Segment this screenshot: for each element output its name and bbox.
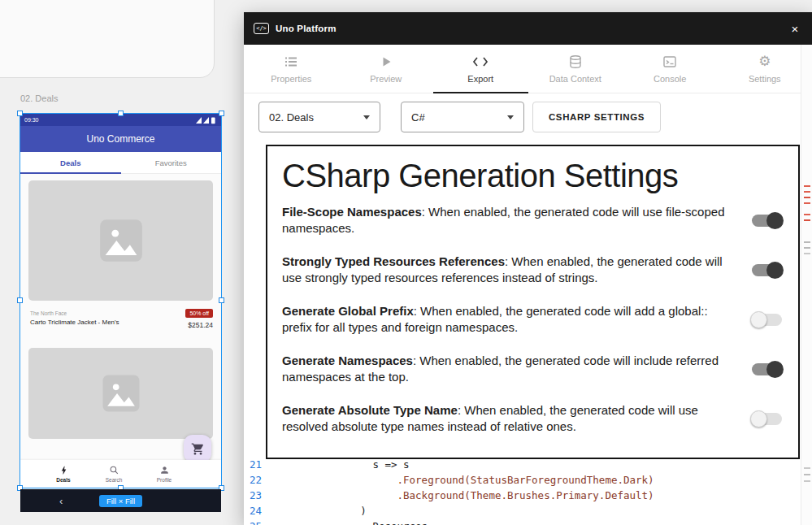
- product-card[interactable]: [28, 348, 213, 439]
- resize-handle-w[interactable]: [17, 297, 23, 303]
- tab-label: Export: [467, 74, 493, 84]
- setting-row: Strongly Typed Resources References: Whe…: [282, 254, 782, 286]
- minimap-mark: [804, 253, 810, 254]
- tab-label: Data Context: [549, 74, 601, 84]
- minimap-mark: [804, 474, 810, 475]
- setting-row: File-Scope Namespaces: When enabled, the…: [282, 204, 782, 236]
- chevron-down-icon: [363, 115, 370, 119]
- line-number: 25: [244, 520, 268, 525]
- cart-fab[interactable]: [184, 435, 211, 462]
- code-icon: [472, 54, 489, 69]
- gear-icon: ⚙: [758, 54, 771, 69]
- toggle-knob: [750, 410, 767, 427]
- nav-item-profile[interactable]: Profile: [139, 460, 189, 488]
- minimap-mark: [804, 219, 810, 221]
- setting-text: File-Scope Namespaces: When enabled, the…: [282, 204, 729, 236]
- minimap-mark: [804, 197, 810, 198]
- setting-text: Generate Absolute Type Name: When enable…: [282, 402, 729, 435]
- chevron-down-icon: [507, 115, 514, 119]
- language-select[interactable]: C#: [401, 102, 524, 132]
- uno-logo-icon: </>: [254, 23, 269, 34]
- phone-tab-bar: Deals Favorites: [20, 152, 221, 174]
- toggle-knob: [766, 262, 784, 279]
- tab-export[interactable]: Export: [433, 45, 528, 93]
- size-pill[interactable]: Fill × Fill: [99, 495, 142, 507]
- toggle-strongly-typed-resources[interactable]: [752, 264, 782, 276]
- product-card[interactable]: [28, 180, 213, 301]
- toggle-generate-absolute-type-name[interactable]: [752, 413, 782, 425]
- code-line: 25 Resources: [244, 518, 801, 525]
- uno-platform-panel: </> Uno Platform × Properties Preview Ex…: [244, 12, 812, 525]
- nav-label: Deals: [56, 477, 70, 483]
- line-number: 22: [244, 474, 268, 486]
- phone-bottom-nav: Deals Search Profile: [20, 460, 221, 488]
- artboard-label: 02. Deals: [20, 93, 58, 103]
- resize-handle-ne[interactable]: [219, 111, 224, 116]
- page-select[interactable]: 02. Deals: [258, 102, 380, 132]
- nav-item-search[interactable]: Search: [89, 460, 139, 488]
- search-icon: [109, 465, 119, 475]
- toggle-file-scope-namespaces[interactable]: [752, 215, 782, 227]
- close-icon[interactable]: ×: [786, 20, 804, 37]
- setting-row: Generate Global Prefix: When enabled, th…: [282, 303, 782, 336]
- minimap-mark: [804, 247, 810, 249]
- tab-properties[interactable]: Properties: [244, 45, 339, 93]
- code-line: 22 .Foreground(StatusBarForegroundTheme.…: [244, 472, 801, 488]
- tab-console[interactable]: Console: [623, 45, 718, 93]
- phone-content: The North Face Carto Triclimate Jacket -…: [20, 174, 221, 460]
- tab-preview[interactable]: Preview: [339, 45, 434, 93]
- product-brand: The North Face: [30, 310, 119, 316]
- product-info-row[interactable]: The North Face Carto Triclimate Jacket -…: [28, 307, 213, 343]
- setting-name: Strongly Typed Resources References: [282, 254, 505, 268]
- panel-header: </> Uno Platform ×: [244, 12, 812, 45]
- panel-tabstrip: Properties Preview Export Data Context C…: [244, 45, 812, 93]
- person-icon: [159, 465, 170, 475]
- play-icon: [379, 54, 393, 69]
- nav-item-deals[interactable]: Deals: [38, 460, 89, 488]
- background-artboard: [0, 0, 215, 78]
- setting-name: Generate Absolute Type Name: [282, 403, 458, 417]
- tab-data-context[interactable]: Data Context: [528, 45, 623, 93]
- back-chevron-icon[interactable]: ‹: [59, 495, 63, 507]
- toggle-generate-namespaces[interactable]: [752, 363, 782, 375]
- minimap-mark: [804, 480, 810, 482]
- toggle-knob: [766, 361, 784, 378]
- phone-tab-favorites[interactable]: Favorites: [121, 152, 222, 173]
- setting-name: Generate Namespaces: [282, 354, 413, 367]
- code-line: 23 .Background(Theme.Brushes.Primary.Def…: [244, 488, 801, 503]
- minimap-mark: [804, 241, 810, 243]
- product-text: The North Face Carto Triclimate Jacket -…: [28, 307, 119, 343]
- setting-row: Generate Absolute Type Name: When enable…: [282, 402, 782, 435]
- resize-handle-nw[interactable]: [17, 111, 23, 116]
- csharp-settings-button[interactable]: CSHARP SETTINGS: [532, 102, 661, 132]
- discount-badge: 50% off: [185, 309, 213, 318]
- status-time: 09:30: [24, 117, 39, 123]
- nav-label: Profile: [157, 477, 172, 483]
- cart-icon: [191, 442, 205, 456]
- app-title: Uno Commerce: [86, 133, 154, 145]
- hot-design-toolbar: ‹ Fill × Fill: [20, 489, 221, 512]
- phone-preview[interactable]: 09:30 Uno Commerce Deals Favorites: [20, 114, 221, 488]
- minimap-mark: [804, 185, 810, 187]
- image-placeholder-icon: [96, 215, 146, 266]
- resize-handle-n[interactable]: [118, 111, 124, 116]
- toggle-knob: [750, 311, 767, 328]
- dialog-title: CSharp Generation Settings: [282, 158, 782, 194]
- toggle-generate-global-prefix[interactable]: [752, 314, 782, 326]
- line-number: 21: [244, 458, 268, 471]
- code-editor[interactable]: 21 s => s 22 .Foreground(StatusBarForegr…: [244, 457, 801, 525]
- tab-label: Properties: [271, 74, 311, 84]
- tab-settings[interactable]: ⚙ Settings: [718, 45, 812, 93]
- setting-name: File-Scope Namespaces: [282, 205, 422, 219]
- setting-row: Generate Namespaces: When enabled, the g…: [282, 353, 782, 385]
- setting-text: Strongly Typed Resources References: Whe…: [282, 254, 729, 286]
- code-line: 24 ): [244, 503, 801, 518]
- resize-handle-e[interactable]: [219, 297, 224, 303]
- phone-tab-deals[interactable]: Deals: [20, 152, 121, 173]
- toggle-knob: [766, 212, 784, 229]
- export-controls: 02. Deals C# CSHARP SETTINGS: [258, 102, 661, 132]
- page-select-value: 02. Deals: [269, 111, 314, 124]
- minimap-mark: [804, 214, 810, 215]
- product-name: Carto Triclimate Jacket - Men's: [30, 319, 119, 326]
- editor-minimap[interactable]: [801, 45, 812, 525]
